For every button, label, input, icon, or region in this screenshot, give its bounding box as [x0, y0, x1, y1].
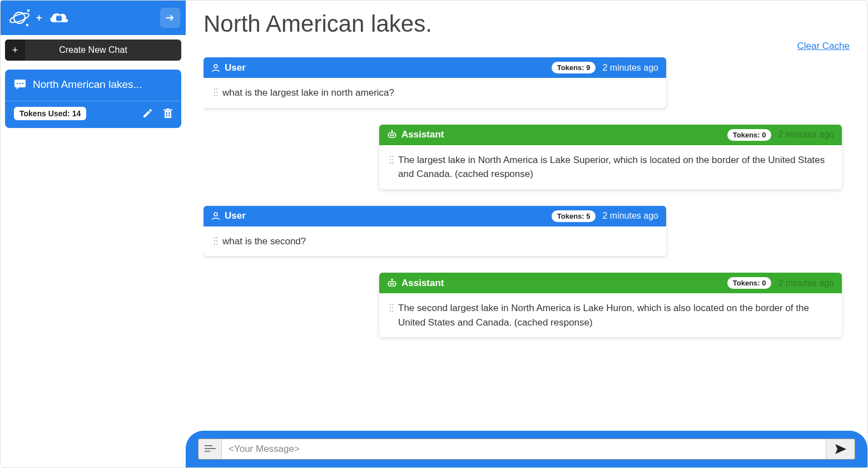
message-text: what is the second? [222, 234, 306, 249]
message-text: The largest lake in North America is Lak… [398, 153, 832, 181]
svg-point-27 [214, 95, 215, 96]
message-time: 2 minutes ago [778, 130, 834, 140]
svg-rect-62 [205, 445, 212, 446]
role-label: User [225, 62, 246, 73]
svg-point-31 [393, 135, 394, 136]
svg-rect-64 [205, 451, 210, 452]
svg-rect-63 [205, 448, 216, 449]
svg-point-53 [391, 279, 393, 280]
svg-point-28 [216, 95, 217, 96]
chat-item-title: North American lakes... [33, 78, 142, 91]
svg-point-23 [214, 88, 215, 90]
clear-cache-link[interactable]: Clear Cache [797, 41, 850, 52]
message-time: 2 minutes ago [602, 211, 658, 221]
svg-point-51 [393, 283, 394, 284]
svg-point-25 [214, 92, 215, 93]
message-role: Assistant [387, 278, 444, 289]
message-assistant: Assistant Tokens: 0 2 minutes ago [379, 273, 842, 337]
role-label: Assistant [401, 278, 444, 289]
message-role: Assistant [387, 129, 444, 140]
message-meta: Tokens: 9 2 minutes ago [552, 62, 658, 73]
svg-point-44 [216, 237, 217, 238]
tokens-badge: Tokens: 0 [727, 129, 772, 141]
drag-handle-icon[interactable] [389, 153, 394, 164]
logo-area: + [8, 8, 70, 27]
tokens-badge: Tokens: 0 [727, 277, 772, 289]
svg-point-14 [17, 83, 18, 85]
message-list: User Tokens: 9 2 minutes ago [204, 57, 850, 467]
arrow-right-icon [165, 13, 175, 23]
svg-point-47 [214, 243, 215, 244]
chat-bubble-icon [14, 79, 26, 90]
message-body: The largest lake in North America is Lak… [379, 145, 842, 189]
svg-point-22 [214, 65, 217, 68]
svg-point-24 [216, 88, 217, 90]
svg-point-58 [390, 307, 391, 308]
app-root: + [0, 0, 868, 468]
message-meta: Tokens: 5 2 minutes ago [552, 210, 658, 222]
tokens-used-badge: Tokens Used: 14 [14, 107, 86, 120]
drag-handle-icon[interactable] [214, 86, 218, 97]
drag-handle-icon[interactable] [214, 234, 218, 245]
svg-rect-17 [165, 111, 171, 118]
message-body: what is the largest lake in north americ… [204, 78, 666, 108]
svg-point-48 [216, 243, 217, 244]
svg-point-15 [19, 83, 21, 85]
message-header: Assistant Tokens: 0 2 minutes ago [379, 273, 842, 293]
cloud-chip-icon [48, 10, 70, 26]
drag-handle-icon[interactable] [389, 301, 394, 312]
plus-separator: + [36, 12, 42, 24]
message-header: User Tokens: 5 2 minutes ago [204, 206, 666, 226]
message-user: User Tokens: 9 2 minutes ago [204, 57, 666, 108]
chat-item-header: North American lakes... [5, 70, 181, 101]
svg-point-2 [28, 10, 29, 11]
svg-rect-21 [169, 112, 170, 117]
svg-point-45 [214, 240, 215, 241]
plus-icon: + [5, 40, 25, 61]
svg-rect-49 [389, 282, 395, 286]
svg-point-41 [392, 162, 393, 163]
svg-point-30 [390, 135, 391, 136]
svg-point-57 [392, 304, 393, 305]
svg-point-61 [392, 311, 393, 312]
svg-point-50 [390, 283, 391, 284]
main-panel: North American lakes. Clear Cache User [186, 1, 867, 467]
page-title: North American lakes. [204, 11, 850, 37]
robot-icon [387, 279, 397, 288]
chat-item-actions [142, 109, 172, 119]
role-label: Assistant [401, 129, 444, 140]
svg-point-33 [391, 130, 393, 131]
user-icon [211, 63, 220, 72]
message-time: 2 minutes ago [602, 63, 658, 73]
send-button[interactable] [826, 439, 855, 459]
send-icon [835, 444, 847, 455]
svg-point-40 [390, 162, 391, 163]
role-label: User [225, 210, 246, 221]
svg-rect-20 [166, 112, 167, 117]
tokens-badge: Tokens: 9 [552, 62, 596, 73]
svg-point-46 [216, 240, 217, 241]
svg-point-1 [9, 11, 30, 24]
svg-point-38 [390, 159, 391, 160]
message-assistant: Assistant Tokens: 0 2 minutes ago [379, 125, 842, 189]
svg-point-59 [392, 307, 393, 308]
collapse-sidebar-button[interactable] [160, 8, 180, 28]
chat-list-item[interactable]: North American lakes... Tokens Used: 14 [5, 70, 181, 128]
edit-icon[interactable] [142, 109, 152, 119]
format-icon[interactable] [199, 439, 222, 459]
composer [198, 439, 855, 460]
message-time: 2 minutes ago [778, 278, 834, 288]
message-body: The second largest lake in North America… [379, 293, 842, 337]
sidebar: + [1, 1, 186, 467]
message-body: what is the second? [204, 226, 666, 257]
create-new-chat-button[interactable]: + Create New Chat [5, 40, 181, 61]
message-header: Assistant Tokens: 0 2 minutes ago [379, 125, 842, 145]
sidebar-header: + [1, 1, 186, 35]
trash-icon[interactable] [163, 109, 172, 119]
message-user: User Tokens: 5 2 minutes ago [204, 206, 666, 257]
tokens-badge: Tokens: 5 [552, 210, 596, 222]
message-text: The second largest lake in North America… [398, 301, 832, 329]
svg-point-42 [214, 213, 217, 216]
message-meta: Tokens: 0 2 minutes ago [727, 129, 834, 141]
message-input[interactable] [222, 439, 826, 459]
